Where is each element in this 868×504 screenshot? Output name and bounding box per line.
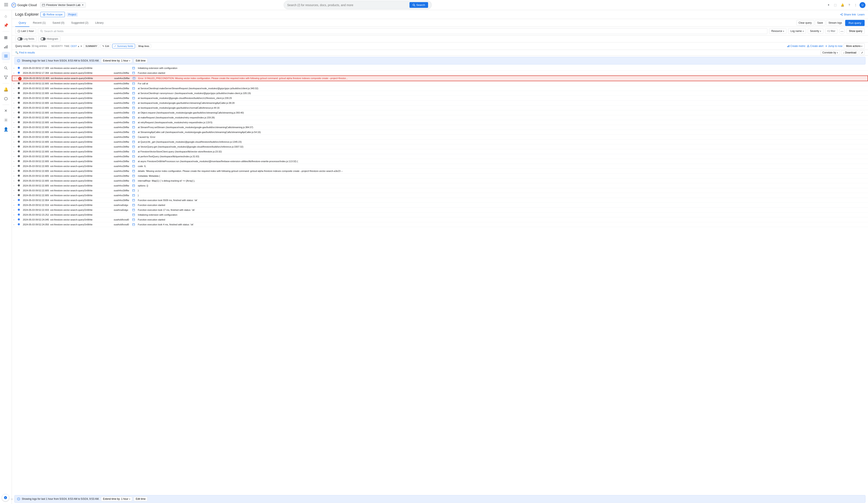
log-row[interactable]: ›2024-05-03 09:52:22.805ext-firestore-ve… — [12, 183, 868, 188]
expand-toggle[interactable]: › — [13, 179, 18, 182]
stream-logs-button[interactable]: Stream logs — [826, 20, 844, 25]
time-column-header[interactable]: TIME CEST ▲ ▼ — [64, 45, 82, 47]
log-row[interactable]: ›2024-05-03 09:52:22.805ext-firestore-ve… — [12, 149, 868, 154]
log-expand-icon[interactable] — [132, 145, 137, 148]
log-expand-icon[interactable] — [132, 198, 137, 202]
create-alert-button[interactable]: Create alert — [807, 44, 824, 48]
clear-query-button[interactable]: Clear query — [796, 20, 814, 25]
log-row[interactable]: ›2024-05-03 09:52:22.805ext-firestore-ve… — [12, 86, 868, 91]
log-row[interactable]: ›2024-05-03 09:52:17.394ext-firestore-ve… — [12, 71, 868, 75]
sidebar-icon-notifications[interactable]: 🔔 — [2, 85, 10, 94]
sidebar-icon-home[interactable]: ⌂ — [2, 12, 10, 20]
jump-to-now-button[interactable]: Jump to now — [825, 44, 843, 48]
more-options-icon[interactable]: ⋮ — [852, 2, 859, 8]
log-expand-icon[interactable] — [132, 130, 137, 134]
log-expand-icon[interactable] — [132, 208, 137, 212]
sidebar-icon-dashboard[interactable]: ▦ — [2, 33, 10, 42]
log-row[interactable]: ›2024-05-03 09:52:22.805ext-firestore-ve… — [12, 125, 868, 130]
log-expand-icon[interactable] — [132, 150, 137, 154]
sidebar-icon-services[interactable] — [2, 94, 10, 103]
expand-toggle[interactable]: › — [13, 150, 18, 153]
log-row[interactable]: ›2024-05-03 09:52:22.805ext-firestore-ve… — [12, 193, 868, 198]
expand-toggle[interactable]: › — [13, 145, 18, 148]
resource-filter[interactable]: Resource ▾ — [769, 28, 786, 34]
notifications-icon[interactable]: 🔔 — [839, 2, 846, 8]
log-row[interactable]: ›2024-05-03 09:52:22.805ext-firestore-ve… — [12, 169, 868, 174]
run-query-button[interactable]: Run query — [845, 20, 865, 26]
expand-toggle[interactable]: › — [13, 155, 18, 158]
expand-toggle[interactable]: › — [14, 76, 18, 80]
log-expand-icon[interactable] — [132, 125, 137, 129]
log-expand-icon[interactable] — [132, 169, 137, 173]
expand-toggle[interactable]: › — [13, 101, 18, 104]
expand-toggle[interactable]: › — [13, 71, 18, 74]
log-row[interactable]: ›!2024-05-03 09:52:22.805ext-firestore-v… — [12, 75, 868, 81]
share-link-button[interactable]: Share link — [840, 13, 856, 16]
log-expand-icon[interactable] — [132, 101, 137, 105]
log-row[interactable]: ›2024-05-03 09:52:22.805ext-firestore-ve… — [12, 154, 868, 159]
sidebar-icon-pin[interactable]: 📌 — [2, 21, 10, 30]
log-row[interactable]: ›2024-05-03 09:52:22.805ext-firestore-ve… — [12, 120, 868, 125]
log-expand-icon[interactable] — [132, 223, 137, 226]
search-fields-input[interactable]: Search all fields — [38, 28, 767, 34]
help-icon[interactable]: ? — [847, 2, 852, 8]
log-row[interactable]: ›2024-05-03 09:52:22.805ext-firestore-ve… — [12, 130, 868, 135]
edit-time-button[interactable]: Edit time — [134, 58, 147, 63]
more-actions-button[interactable]: More actions ▾ — [844, 43, 865, 49]
global-search-bar[interactable]: Search — [284, 1, 432, 9]
hamburger-menu[interactable] — [2, 1, 10, 9]
log-expand-icon[interactable] — [132, 184, 137, 187]
sidebar-icon-logs[interactable] — [2, 52, 10, 60]
user-avatar[interactable]: U — [859, 2, 866, 8]
tab-suggested[interactable]: Suggested (2) — [68, 19, 92, 27]
bottom-arrow[interactable]: › — [11, 497, 12, 501]
extend-time-button-bottom[interactable]: Extend time by: 1 hour ▾ — [101, 497, 132, 501]
log-expand-icon[interactable] — [132, 106, 137, 110]
bottom-badge[interactable]: ✦ — [2, 494, 9, 502]
log-row[interactable]: ›2024-05-03 09:52:22.933ext-firestore-ve… — [12, 208, 868, 213]
log-expand-icon[interactable] — [132, 160, 137, 163]
log-expand-icon[interactable] — [132, 91, 137, 95]
sidebar-icon-user[interactable]: 👤 — [2, 125, 10, 134]
log-row[interactable]: ›2024-05-03 09:52:22.805ext-firestore-ve… — [12, 110, 868, 115]
log-expand-icon[interactable] — [132, 121, 137, 124]
expand-button[interactable]: ⤢ — [859, 50, 865, 55]
expand-toggle[interactable]: › — [13, 135, 18, 138]
expand-toggle[interactable]: › — [13, 218, 18, 221]
expand-toggle[interactable]: › — [13, 111, 18, 114]
expand-toggle[interactable]: › — [13, 130, 18, 133]
show-query-button[interactable]: Show query — [847, 28, 865, 34]
expand-toggle[interactable]: › — [13, 66, 18, 69]
histogram-button[interactable]: Histogram — [38, 37, 61, 41]
expand-toggle[interactable]: › — [13, 208, 18, 211]
log-row[interactable]: ›2024-05-03 09:52:24.050ext-firestore-ve… — [12, 222, 868, 227]
log-row[interactable]: ›2024-05-03 09:52:22.805ext-firestore-ve… — [12, 81, 868, 86]
log-row[interactable]: ›2024-05-03 09:52:22.805ext-firestore-ve… — [12, 140, 868, 144]
log-expand-icon[interactable] — [132, 111, 137, 115]
sidebar-icon-search[interactable] — [2, 64, 10, 72]
log-row[interactable]: ›2024-05-03 09:52:22.805ext-firestore-ve… — [12, 101, 868, 105]
expand-toggle[interactable]: › — [13, 198, 18, 202]
create-metric-button[interactable]: Create metric — [787, 44, 806, 48]
sidebar-icon-config[interactable] — [2, 116, 10, 124]
log-expand-icon[interactable] — [132, 213, 137, 217]
log-expand-icon[interactable] — [132, 135, 137, 139]
log-expand-icon[interactable] — [132, 188, 137, 192]
log-expand-icon[interactable] — [132, 66, 137, 70]
circle-toggle-button[interactable]: — — [839, 28, 845, 34]
severity-filter[interactable]: Severity ▾ — [808, 28, 824, 34]
log-expand-icon[interactable] — [132, 203, 137, 207]
log-expand-icon[interactable] — [132, 155, 137, 158]
cloud-shell-icon[interactable]: ⬚ — [832, 2, 838, 8]
expand-toggle[interactable]: › — [13, 164, 18, 167]
edit-time-button-bottom[interactable]: Edit time — [134, 497, 147, 501]
log-expand-icon[interactable] — [132, 76, 137, 80]
expand-toggle[interactable]: › — [13, 188, 18, 192]
expand-toggle[interactable]: › — [13, 223, 18, 226]
log-row[interactable]: ›2024-05-03 09:52:22.805ext-firestore-ve… — [12, 164, 868, 169]
edit-button[interactable]: ✎ Save Edit — [101, 44, 111, 49]
sidebar-icon-integrations[interactable]: ✕ — [2, 106, 10, 115]
log-name-filter[interactable]: Log name ▾ — [788, 28, 806, 34]
save-button[interactable]: Save — [815, 20, 825, 25]
tab-recent[interactable]: Recent (1) — [29, 19, 49, 27]
